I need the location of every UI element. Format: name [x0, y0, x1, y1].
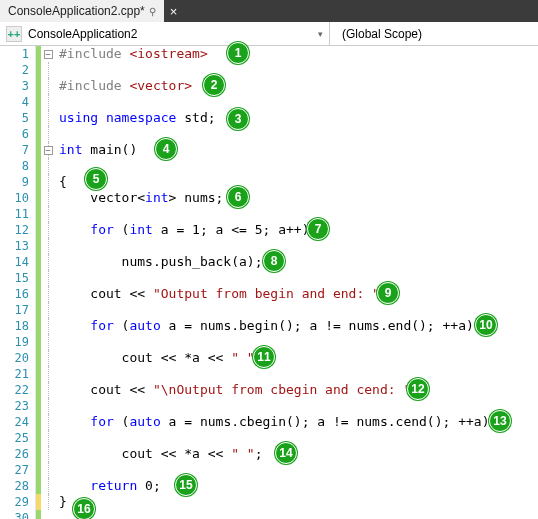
annotation-badge-11: 11: [253, 346, 275, 368]
annotation-badge-14: 14: [275, 442, 297, 464]
annotation-badge-13: 13: [489, 410, 511, 432]
tab-title: ConsoleApplication2.cpp*: [8, 4, 145, 18]
close-icon[interactable]: ×: [164, 0, 184, 22]
active-tab[interactable]: ConsoleApplication2.cpp* ⚲: [0, 0, 164, 22]
annotation-badge-8: 8: [263, 250, 285, 272]
line-number-gutter: 123 456 789 101112 131415 161718 192021 …: [0, 46, 36, 519]
annotation-badge-5: 5: [85, 168, 107, 190]
tab-bar: ConsoleApplication2.cpp* ⚲ ×: [0, 0, 538, 22]
annotation-badge-2: 2: [203, 74, 225, 96]
fold-toggle-icon[interactable]: −: [44, 146, 53, 155]
annotation-badge-7: 7: [307, 218, 329, 240]
pin-icon[interactable]: ⚲: [149, 6, 156, 17]
context-bar: ++ ConsoleApplication2 ▾ (Global Scope): [0, 22, 538, 46]
annotation-badge-16: 16: [73, 498, 95, 519]
annotation-badge-12: 12: [407, 378, 429, 400]
chevron-down-icon: ▾: [318, 29, 323, 39]
code-area[interactable]: #include <iostream> #include <vector> us…: [55, 46, 538, 519]
project-icon: ++: [6, 26, 22, 42]
annotation-badge-9: 9: [377, 282, 399, 304]
code-editor[interactable]: 123 456 789 101112 131415 161718 192021 …: [0, 46, 538, 519]
annotation-badge-4: 4: [155, 138, 177, 160]
project-dropdown[interactable]: ++ ConsoleApplication2 ▾: [0, 22, 330, 45]
annotation-badge-6: 6: [227, 186, 249, 208]
fold-column: − −: [41, 46, 55, 519]
scope-name: (Global Scope): [342, 27, 422, 41]
annotation-badge-3: 3: [227, 108, 249, 130]
project-name: ConsoleApplication2: [28, 27, 137, 41]
annotation-badge-15: 15: [175, 474, 197, 496]
fold-toggle-icon[interactable]: −: [44, 50, 53, 59]
annotation-badge-10: 10: [475, 314, 497, 336]
annotation-badge-1: 1: [227, 42, 249, 64]
scope-dropdown[interactable]: (Global Scope): [330, 22, 538, 45]
